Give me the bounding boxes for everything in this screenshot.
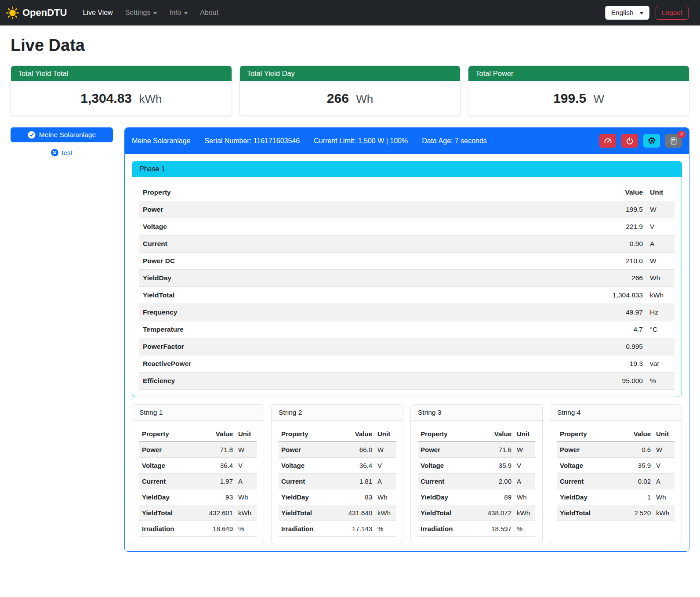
table-row: Temperature4.7°C [139,321,675,338]
string-card-1: String 1 Property Value Unit [132,404,264,544]
table-row: Current0.02A [557,474,675,489]
string-table: Property Value Unit Power66.0WVoltage36.… [279,426,396,537]
strings-row: String 1 Property Value Unit [132,404,682,544]
card-total-yield-total: Total Yield Total 1,304.83 kWh [11,65,232,116]
table-header-row: Property Value Unit [279,426,396,442]
table-header-row: Property Value Unit [139,184,675,201]
string-table: Property Value Unit Power71.6WVoltage35.… [418,426,535,537]
sidebar-item-test[interactable]: test [11,149,113,156]
string-table: Property Value Unit Power0.6WVoltage35.9… [557,426,675,521]
language-select[interactable]: English [605,6,649,20]
phase-table: Property Value Unit Power199.5WVoltage22… [139,184,675,390]
navbar: OpenDTU Live View Settings Info About En… [0,0,700,25]
table-row: Power66.0W [279,442,396,458]
table-header-row: Property Value Unit [139,426,257,442]
power-toggle-button[interactable] [621,134,638,148]
card-unit: kWh [139,92,162,105]
inverter-data-age: Data Age: 7 seconds [422,137,487,145]
table-row: Frequency49.97Hz [139,304,675,321]
card-unit: Wh [356,92,373,105]
string-card-3: String 3 Property Value Unit [410,404,543,544]
table-row: Current1.97A [139,474,257,489]
table-row: Voltage36.4V [139,458,257,474]
inverter-limit: Current Limit: 1,500 W | 100% [314,137,408,145]
card-total-power: Total Power 199.5 W [468,65,689,116]
table-row: YieldDay83Wh [279,489,396,505]
string-card-2: String 2 Property Value Unit [271,404,403,544]
card-unit: W [594,92,605,105]
cpu-icon [648,137,656,145]
table-row: YieldDay266Wh [139,270,675,287]
nav-links: Live View Settings Info About [77,5,224,20]
string-card-4: String 4 Property Value Unit [550,404,682,544]
table-row: Current2.00A [418,474,535,489]
inverter-sidebar: Meine Solaranlage test [11,127,113,156]
table-row: ReactivePower19.3var [139,355,675,373]
logout-button[interactable]: Logout [656,6,689,20]
table-row: Irradiation17.143% [279,521,396,537]
event-count-badge: 2 [678,130,685,138]
language-value: English [611,9,634,17]
table-row: Voltage35.9V [418,458,535,474]
nav-live-view[interactable]: Live View [77,5,118,20]
inverter-select-button[interactable]: Meine Solaranlage [11,127,113,142]
card-title: Total Power [468,66,689,81]
table-row: Power0.6W [557,442,675,458]
table-row: Power DC210.0W [139,253,675,270]
table-row: YieldDay89Wh [418,489,535,505]
table-row: YieldDay1Wh [557,489,675,505]
phase-title: Phase 1 [132,161,682,177]
device-info-button[interactable] [643,134,660,148]
card-title: Total Yield Total [11,66,232,81]
inverter-card-body: Phase 1 Property Value Unit Power199.5WV… [125,154,689,551]
table-row: Voltage36.4V [279,458,396,474]
page-container: Live Data Total Yield Total 1,304.83 kWh… [0,25,700,562]
card-total-yield-day: Total Yield Day 266 Wh [239,65,461,116]
card-value: 266 [327,91,349,105]
string-title: String 1 [132,405,264,421]
nav-settings[interactable]: Settings [120,5,163,20]
table-row: Power199.5W [139,201,675,218]
sun-icon [6,7,19,19]
chevron-down-icon [640,12,643,14]
table-row: YieldTotal432.601kWh [139,505,257,521]
nav-info[interactable]: Info [164,5,193,20]
table-row: PowerFactor0.995 [139,338,675,355]
card-value: 199.5 [553,91,586,105]
table-row: Efficiency95.000% [139,373,675,390]
string-title: String 2 [272,405,403,421]
inverter-serial: Serial Number: 116171603546 [204,137,300,145]
card-title: Total Yield Day [240,66,461,81]
table-header-row: Property Value Unit [418,426,535,442]
brand-label: OpenDTU [22,7,67,18]
brand[interactable]: OpenDTU [6,7,67,19]
table-row: Current0.90A [139,235,675,253]
table-row: YieldTotal2.520kWh [557,505,675,521]
phase-card: Phase 1 Property Value Unit Power199.5WV… [132,161,682,397]
string-title: String 3 [411,405,542,421]
limit-settings-button[interactable] [599,134,616,148]
check-circle-icon [28,131,36,139]
table-row: Voltage221.9V [139,218,675,235]
content-row: Meine Solaranlage test Meine Solaranlage… [11,127,689,552]
inverter-select-label: Meine Solaranlage [39,131,96,139]
table-row: Current1.81A [279,474,396,489]
x-circle-icon[interactable] [51,149,58,156]
gauge-icon [604,137,612,145]
nav-about[interactable]: About [195,5,224,20]
table-header-row: Property Value Unit [557,426,675,442]
page-title: Live Data [11,36,689,55]
inverter-toolbar: 2 [599,134,682,148]
table-row: Voltage35.9V [557,458,675,474]
test-label: test [62,149,72,156]
table-row: YieldTotal1,304.833kWh [139,287,675,304]
table-row: YieldTotal438.072kWh [418,505,535,521]
table-row: YieldDay93Wh [139,489,257,505]
event-log-button[interactable]: 2 [665,134,682,148]
card-value: 1,304.83 [80,91,132,105]
string-table: Property Value Unit Power71.8WVoltage36.… [139,426,257,537]
journal-icon [670,137,678,145]
summary-cards: Total Yield Total 1,304.83 kWh Total Yie… [11,65,689,116]
string-title: String 4 [550,405,682,421]
inverter-name: Meine Solaranlage [132,137,190,145]
